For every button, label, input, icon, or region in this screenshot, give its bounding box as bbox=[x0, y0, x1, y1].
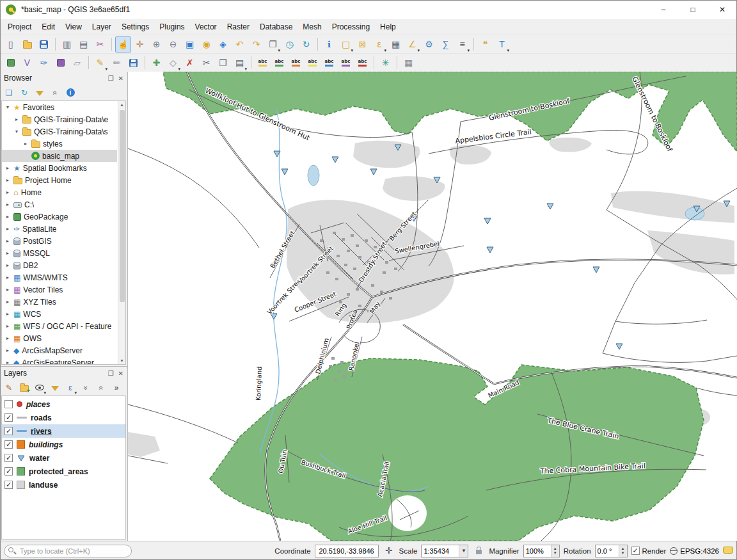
browser-item-geopackage[interactable]: ▸GeoPackage bbox=[2, 211, 117, 223]
layer-checkbox-rivers[interactable]: ✓ bbox=[4, 427, 13, 435]
new-virtual-layer-button[interactable] bbox=[52, 55, 68, 71]
text-annotation-button[interactable]: T▾ bbox=[494, 36, 510, 52]
browser-float-button[interactable]: ❐ bbox=[108, 75, 114, 82]
menu-layer[interactable]: Layer bbox=[87, 20, 116, 34]
menu-processing[interactable]: Processing bbox=[327, 20, 375, 34]
new-spatialite-layer-button[interactable]: ✑ bbox=[36, 55, 52, 71]
pan-map-button[interactable]: ☝ bbox=[115, 36, 131, 52]
browser-scrollbar[interactable]: ▲ ▼ bbox=[118, 101, 125, 364]
extents-toggle-icon[interactable]: ✛ bbox=[383, 545, 395, 557]
browser-item-qgis-training-data-e[interactable]: ▸QGIS-Training-Data\e bbox=[2, 113, 117, 125]
layer-row-protected-areas[interactable]: ✓protected_areas bbox=[2, 465, 125, 478]
style-manager-button[interactable]: ✂ bbox=[92, 36, 108, 52]
panel-overflow-button[interactable]: » bbox=[109, 381, 123, 395]
browser-item-postgis[interactable]: ▸PostGIS bbox=[2, 235, 117, 247]
scroll-up-icon[interactable]: ▲ bbox=[118, 102, 125, 107]
browser-close-button[interactable]: ✕ bbox=[118, 75, 123, 82]
add-feature-button[interactable]: ✚ bbox=[148, 55, 164, 71]
browser-item-basic-map[interactable]: basic_map bbox=[2, 150, 117, 162]
new-map-view-button[interactable]: ❐▾ bbox=[265, 36, 281, 52]
zoom-to-layer-button[interactable]: ◈ bbox=[215, 36, 231, 52]
collapse-all-button[interactable]: « bbox=[94, 381, 108, 395]
layer-row-places[interactable]: places bbox=[2, 397, 125, 411]
browser-item-arcgisfeatureserver[interactable]: ▸◆ArcGisFeatureServer bbox=[2, 356, 117, 365]
zoom-last-button[interactable]: ↶ bbox=[232, 36, 248, 52]
expander-icon[interactable]: ▸ bbox=[4, 214, 11, 220]
maximize-button[interactable]: □ bbox=[678, 0, 708, 19]
browser-item-wms-wmts[interactable]: ▸▦WMS/WMTS bbox=[2, 271, 117, 284]
rotation-input[interactable] bbox=[596, 545, 619, 557]
expander-icon[interactable]: ▸ bbox=[4, 311, 11, 317]
open-project-button[interactable] bbox=[19, 36, 35, 52]
zoom-to-selection-button[interactable]: ◉ bbox=[198, 36, 214, 52]
layer-checkbox-protected-areas[interactable]: ✓ bbox=[4, 467, 13, 476]
render-checkbox[interactable]: ✓ bbox=[631, 547, 640, 555]
rotate-label-button[interactable]: abc bbox=[338, 55, 354, 71]
layer-checkbox-buildings[interactable]: ✓ bbox=[4, 440, 13, 449]
layer-checkbox-places[interactable] bbox=[4, 400, 13, 408]
temporal-controller-button[interactable]: ◷ bbox=[281, 36, 297, 52]
layer-row-rivers[interactable]: ✓rivers bbox=[2, 424, 125, 438]
measure-button[interactable]: ∠▾ bbox=[404, 36, 420, 52]
new-shapefile-layer-button[interactable]: V bbox=[19, 55, 35, 71]
expander-icon[interactable]: ▸ bbox=[4, 165, 11, 171]
copy-features-button[interactable]: ❐ bbox=[215, 55, 231, 71]
browser-properties-button[interactable]: i bbox=[63, 86, 77, 100]
expander-icon[interactable]: ▸ bbox=[4, 177, 11, 183]
browser-item-qgis-training-data-s[interactable]: ▾QGIS-Training-Data\s bbox=[2, 125, 117, 138]
add-group-button[interactable]: + bbox=[17, 381, 31, 395]
browser-item-db2[interactable]: ▸DB2 bbox=[2, 259, 117, 271]
zoom-out-button[interactable]: ⊖ bbox=[165, 36, 181, 52]
browser-item-wfs-ogc-api-feature[interactable]: ▸▦WFS / OGC API - Feature bbox=[2, 320, 117, 332]
layers-close-button[interactable]: ✕ bbox=[118, 370, 123, 377]
zoom-full-button[interactable]: ▣ bbox=[182, 36, 198, 52]
attribute-grid-button[interactable]: ▦ bbox=[400, 55, 416, 71]
statistical-summary-button[interactable]: ∑ bbox=[438, 36, 454, 52]
expander-icon[interactable]: ▸ bbox=[4, 348, 11, 353]
browser-item-arcgismapserver[interactable]: ▸◆ArcGisMapServer bbox=[2, 344, 117, 356]
layers-float-button[interactable]: ❐ bbox=[108, 370, 114, 377]
cut-features-button[interactable]: ✂ bbox=[198, 55, 214, 71]
menu-vector[interactable]: Vector bbox=[190, 20, 222, 34]
minimize-button[interactable]: – bbox=[649, 0, 678, 19]
menu-help[interactable]: Help bbox=[375, 20, 401, 34]
lock-scale-icon[interactable] bbox=[472, 545, 485, 557]
filter-browser-button[interactable] bbox=[33, 86, 47, 100]
menu-raster[interactable]: Raster bbox=[222, 20, 255, 34]
expander-icon[interactable]: ▸ bbox=[4, 250, 11, 256]
options-button[interactable]: ⚙ bbox=[421, 36, 437, 52]
menu-settings[interactable]: Settings bbox=[116, 20, 154, 34]
pan-to-selection-button[interactable]: ✛ bbox=[132, 36, 148, 52]
highlight-pinned-labels-button[interactable]: abc bbox=[305, 55, 321, 71]
delete-selected-button[interactable]: ✗ bbox=[182, 55, 198, 71]
new-temporary-scratch-layer-button[interactable]: ▱ bbox=[69, 55, 85, 71]
change-label-properties-button[interactable]: abc bbox=[354, 55, 370, 71]
manage-map-themes-button[interactable]: ▾ bbox=[33, 381, 47, 395]
deselect-features-button[interactable]: ⊠ bbox=[354, 36, 370, 52]
expander-icon[interactable]: ▸ bbox=[4, 335, 11, 341]
expander-icon[interactable]: ▸ bbox=[4, 275, 11, 280]
close-button[interactable]: ✕ bbox=[708, 0, 737, 19]
new-geopackage-layer-button[interactable] bbox=[3, 55, 19, 71]
scroll-down-icon[interactable]: ▼ bbox=[118, 358, 125, 363]
menu-plugins[interactable]: Plugins bbox=[154, 20, 189, 34]
save-layer-edits-button[interactable] bbox=[125, 55, 141, 71]
layer-row-landuse[interactable]: ✓landuse bbox=[2, 478, 125, 492]
messages-button[interactable] bbox=[723, 546, 733, 556]
refresh-browser-button[interactable]: ↻ bbox=[17, 86, 31, 100]
magnifier-input[interactable] bbox=[524, 545, 551, 557]
layer-checkbox-roads[interactable]: ✓ bbox=[4, 413, 13, 422]
map-tips-button[interactable]: ❝ bbox=[477, 36, 493, 52]
expander-icon[interactable]: ▸ bbox=[4, 299, 11, 305]
toggle-editing-button[interactable]: ✏ bbox=[109, 55, 125, 71]
expander-icon[interactable]: ▸ bbox=[4, 323, 11, 329]
processing-toolbox-button[interactable]: ✳ bbox=[377, 55, 393, 71]
locate-input[interactable] bbox=[4, 545, 132, 557]
current-edits-button[interactable]: ✎▾ bbox=[92, 55, 108, 71]
layer-row-roads[interactable]: ✓roads bbox=[2, 411, 125, 424]
menu-view[interactable]: View bbox=[60, 20, 87, 34]
add-selected-layers-button[interactable]: ❏ bbox=[2, 86, 16, 100]
show-layout-manager-button[interactable]: ▤ bbox=[75, 36, 91, 52]
crs-button[interactable]: EPSG:4326 bbox=[670, 547, 719, 555]
select-by-expression-button[interactable]: ε▾ bbox=[371, 36, 387, 52]
